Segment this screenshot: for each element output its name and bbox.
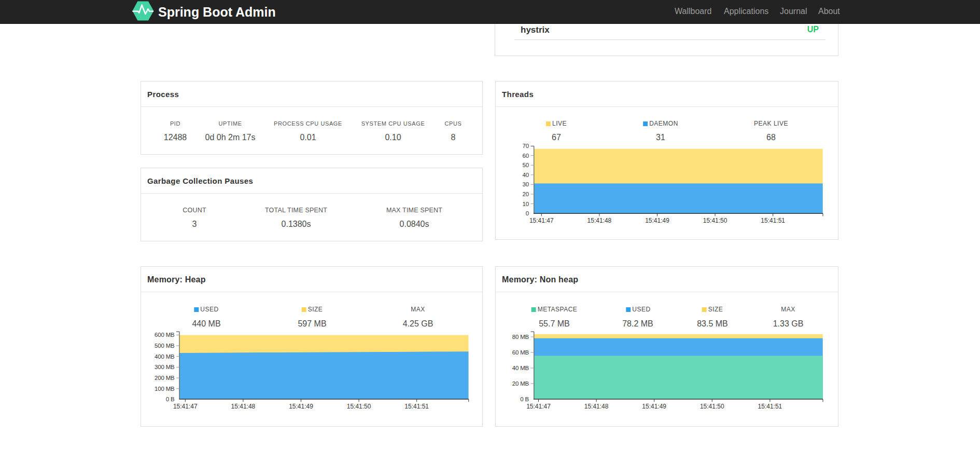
svg-text:15:41:47: 15:41:47 xyxy=(529,217,554,224)
svg-text:10: 10 xyxy=(523,201,529,207)
svg-text:15:41:49: 15:41:49 xyxy=(642,403,666,410)
svg-text:15:41:48: 15:41:48 xyxy=(587,217,612,224)
svg-text:15:41:50: 15:41:50 xyxy=(703,217,727,224)
svg-text:80 MB: 80 MB xyxy=(512,334,529,340)
svg-text:200 MB: 200 MB xyxy=(155,375,175,381)
svg-text:20: 20 xyxy=(523,191,529,197)
svg-text:60: 60 xyxy=(523,153,529,159)
svg-text:500 MB: 500 MB xyxy=(155,343,175,349)
svg-text:15:41:50: 15:41:50 xyxy=(700,403,724,410)
svg-text:40: 40 xyxy=(523,172,529,178)
svg-text:0: 0 xyxy=(526,210,529,216)
svg-text:0 B: 0 B xyxy=(166,396,175,402)
svg-text:300 MB: 300 MB xyxy=(155,364,175,370)
svg-text:30: 30 xyxy=(523,181,529,187)
svg-text:15:41:48: 15:41:48 xyxy=(584,403,609,410)
svg-text:60 MB: 60 MB xyxy=(512,349,529,356)
svg-text:100 MB: 100 MB xyxy=(155,386,175,392)
svg-text:600 MB: 600 MB xyxy=(155,332,175,338)
svg-text:50: 50 xyxy=(523,162,529,168)
svg-text:15:41:51: 15:41:51 xyxy=(761,217,785,224)
svg-text:20 MB: 20 MB xyxy=(512,380,529,387)
svg-text:15:41:49: 15:41:49 xyxy=(289,403,313,410)
svg-text:70: 70 xyxy=(523,143,529,149)
svg-text:15:41:49: 15:41:49 xyxy=(645,217,669,224)
svg-text:15:41:51: 15:41:51 xyxy=(758,403,782,410)
svg-text:15:41:47: 15:41:47 xyxy=(173,403,198,410)
svg-text:15:41:50: 15:41:50 xyxy=(347,403,371,410)
svg-text:0 B: 0 B xyxy=(520,396,529,402)
svg-text:15:41:47: 15:41:47 xyxy=(526,403,551,410)
svg-text:15:41:48: 15:41:48 xyxy=(231,403,256,410)
svg-text:40 MB: 40 MB xyxy=(512,365,529,371)
svg-text:15:41:51: 15:41:51 xyxy=(404,403,429,410)
svg-text:400 MB: 400 MB xyxy=(155,353,175,360)
